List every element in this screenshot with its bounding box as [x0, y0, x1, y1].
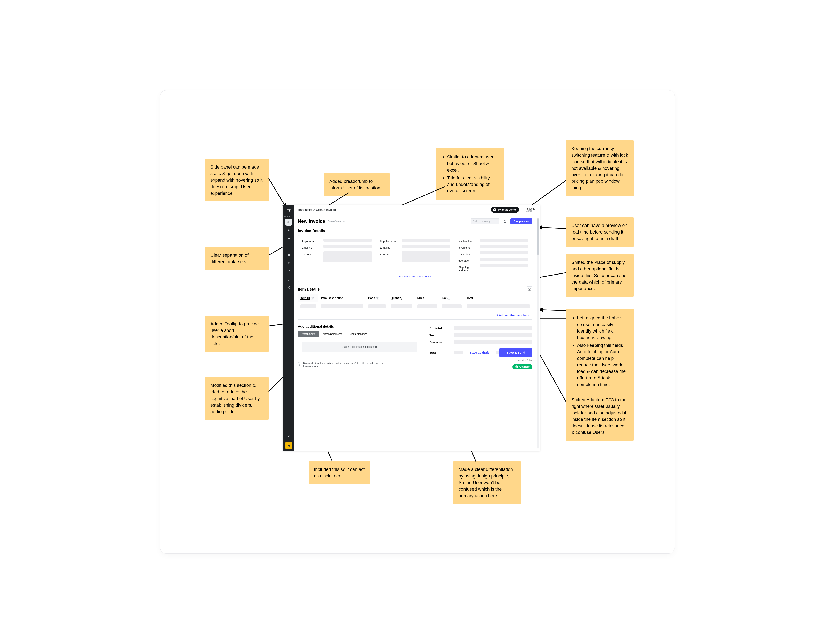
- sidebar-item-text[interactable]: [285, 260, 292, 266]
- value-placeholder[interactable]: [480, 258, 529, 261]
- industry-selector[interactable]: Industry Admin: [526, 208, 535, 212]
- annotation-add-item: Shifted Add item CTA to the right where …: [566, 392, 634, 441]
- col-label: Code: [368, 296, 375, 300]
- annotation-text: Shifted the Place of supply and other op…: [572, 260, 627, 291]
- col-code[interactable]: Codei: [366, 295, 388, 302]
- info-icon[interactable]: i: [311, 297, 314, 300]
- svg-point-23: [288, 436, 289, 437]
- tab-signature[interactable]: Digital signature: [346, 331, 421, 337]
- label: Invoice no: [458, 245, 477, 249]
- sidebar-item-home[interactable]: [285, 219, 292, 225]
- cell-placeholder[interactable]: [300, 304, 316, 308]
- annotation-left-align: Left aligned the Labels so user can easi…: [566, 309, 634, 394]
- info-icon[interactable]: i: [376, 297, 379, 300]
- demo-label: I want a Demo: [498, 208, 516, 211]
- svg-point-15: [288, 222, 289, 222]
- sidebar-item-share[interactable]: [285, 284, 292, 291]
- help-label: Get Help: [519, 365, 529, 368]
- label: Subtotal: [429, 326, 454, 330]
- see-preview-button[interactable]: See preview: [510, 218, 532, 224]
- scrollbar-track[interactable]: [537, 218, 538, 449]
- add-item-row: + Add another item here: [298, 311, 532, 320]
- item-table-settings-button[interactable]: [527, 286, 532, 292]
- invoice-app-window: MODULES: [283, 205, 540, 451]
- col-item-id[interactable]: Item IDi: [298, 295, 319, 302]
- row-tax: Tax: [429, 331, 532, 339]
- cell-placeholder[interactable]: [321, 304, 363, 308]
- info-icon: i: [298, 362, 301, 366]
- cell-placeholder[interactable]: [417, 304, 437, 308]
- value-placeholder[interactable]: [402, 251, 450, 262]
- annotation-text: Made a clear differentiation by using de…: [459, 467, 513, 498]
- cell-placeholder[interactable]: [442, 304, 462, 308]
- play-icon: ▶: [493, 208, 496, 211]
- field-due-date: due date: [458, 258, 529, 262]
- sidebar-item-clock[interactable]: [285, 268, 292, 275]
- upload-dropzone[interactable]: Drag & drop or upload document: [298, 337, 421, 357]
- tab-notes[interactable]: Notes/Comments: [319, 331, 346, 337]
- sidebar-item-settings[interactable]: [285, 433, 292, 440]
- annotation-text: Included this so it can act as disclaime…: [314, 467, 365, 479]
- annotation-text: Clear separation of different data sets.: [210, 252, 249, 264]
- value-placeholder[interactable]: [480, 239, 529, 241]
- currency-switch-input[interactable]: Switch currency: [471, 218, 499, 224]
- annotation-tooltip: Added Tooltip to provide user a short de…: [205, 316, 268, 352]
- field-email-2: Email no: [380, 245, 450, 249]
- annotation-additional: Modified this section & tried to reduce …: [205, 377, 268, 420]
- field-invoice-no: Invoice no: [458, 245, 529, 249]
- divider: [429, 347, 532, 347]
- sidebar-item-card[interactable]: [285, 243, 292, 250]
- annotation-text: Added breadcrumb to inform User of its l…: [329, 179, 380, 191]
- field-address-1: Address: [302, 251, 372, 262]
- value-placeholder[interactable]: [324, 239, 372, 241]
- label: Buyer name: [302, 239, 321, 243]
- industry-value: Admin: [526, 210, 532, 212]
- currency-placeholder: Switch currency: [473, 220, 490, 223]
- value-placeholder[interactable]: [480, 245, 529, 248]
- value-placeholder[interactable]: [402, 239, 450, 241]
- col-item-desc[interactable]: Item Description: [319, 295, 366, 302]
- sidebar-item-folder[interactable]: [285, 235, 292, 242]
- expand-label: Click to see more details: [403, 275, 431, 278]
- col-tax[interactable]: Taxi: [439, 295, 464, 302]
- value-placeholder[interactable]: [402, 245, 450, 248]
- disclaimer-text: Please do it recheck before sending as y…: [303, 362, 392, 368]
- value-placeholder[interactable]: [480, 251, 529, 254]
- cell-placeholder[interactable]: [368, 304, 386, 308]
- svg-rect-18: [287, 246, 290, 247]
- tab-attachments[interactable]: Attachments: [298, 331, 319, 337]
- demo-button[interactable]: ▶ I want a Demo: [491, 207, 519, 213]
- annotation-text: Shifted Add item CTA to the right where …: [572, 397, 627, 435]
- save-send-button[interactable]: Save & Send: [499, 348, 532, 357]
- lock-icon: [514, 359, 516, 361]
- expand-details-link[interactable]: Click to see more details: [399, 275, 431, 278]
- chevron-down-icon: [399, 275, 401, 278]
- save-draft-button[interactable]: Save as draft: [463, 348, 496, 357]
- field-shipping-address: Shipping address: [458, 265, 529, 272]
- lock-icon[interactable]: [503, 220, 507, 223]
- value-placeholder[interactable]: [480, 265, 529, 267]
- sidebar-item-send[interactable]: [285, 227, 292, 234]
- cell-placeholder[interactable]: [467, 304, 530, 308]
- row-subtotal: Subtotal: [429, 325, 532, 331]
- col-price[interactable]: Price: [415, 295, 439, 302]
- table-row[interactable]: [298, 302, 532, 311]
- col-total[interactable]: Total: [464, 295, 532, 302]
- col-label: Tax: [442, 296, 447, 300]
- sidebar-item-fire[interactable]: [285, 276, 292, 283]
- field-issue-date: Issue date: [458, 251, 529, 256]
- value-placeholder[interactable]: [324, 251, 372, 262]
- add-item-link[interactable]: + Add another item here: [496, 314, 529, 317]
- annotation-title-sheet: Similar to adapted user behaviour of She…: [436, 148, 504, 200]
- scrollbar-thumb[interactable]: [537, 218, 538, 255]
- breadcrumb[interactable]: Transaction> Create Invoice: [297, 208, 336, 211]
- sidebar-item-upgrade[interactable]: [285, 442, 292, 449]
- sidebar-item-doc[interactable]: [285, 251, 292, 258]
- value-placeholder[interactable]: [324, 245, 372, 248]
- topbar: Transaction> Create Invoice ▶ I want a D…: [294, 205, 540, 214]
- cell-placeholder[interactable]: [391, 304, 412, 308]
- col-qty[interactable]: Quantity: [388, 295, 415, 302]
- get-help-button[interactable]: ? Get Help: [513, 364, 532, 369]
- info-icon[interactable]: i: [447, 297, 450, 300]
- annotation-text: Similar to adapted user behaviour of She…: [447, 154, 498, 173]
